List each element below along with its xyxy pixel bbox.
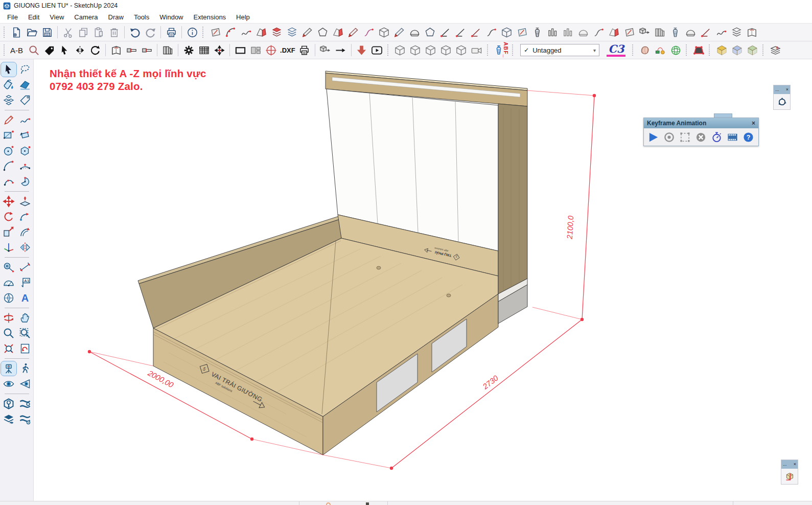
pan-tool[interactable] [17, 310, 33, 326]
push-pull-tool[interactable] [17, 194, 33, 209]
text-tool[interactable] [17, 275, 33, 290]
zoom-window-tool[interactable] [17, 326, 33, 341]
flip-tool[interactable] [17, 240, 33, 255]
extension-icon-8[interactable] [315, 25, 330, 39]
search-button[interactable] [26, 43, 41, 57]
panel-columns-button[interactable] [160, 43, 175, 57]
rotate-tool[interactable] [1, 209, 17, 224]
toolbar-grip[interactable] [487, 44, 490, 56]
extension-icon-7[interactable] [299, 25, 315, 39]
extension-icon-13[interactable] [391, 25, 407, 39]
c3-plugin-logo[interactable]: C3 [607, 43, 625, 57]
model-info-button[interactable] [184, 25, 200, 39]
close-icon[interactable]: × [752, 120, 755, 127]
extension-icon-18[interactable] [468, 25, 483, 39]
undo-button[interactable] [127, 25, 143, 39]
keyframe-panel-titlebar[interactable]: Keyframe Animation × [644, 118, 758, 128]
extension-icon-11[interactable] [361, 25, 376, 39]
extension-icon-29[interactable] [637, 25, 652, 39]
kf-help-button[interactable] [740, 130, 756, 144]
toolbar-grip[interactable] [762, 44, 765, 56]
proxy-box-1-button[interactable] [392, 43, 408, 57]
extension-icon-30[interactable] [652, 25, 667, 39]
download-red-button[interactable] [354, 43, 369, 57]
extension-tool-3[interactable] [1, 411, 17, 427]
box-widget-button[interactable] [783, 470, 796, 483]
two-point-arc-tool[interactable] [17, 158, 33, 174]
shell-material-button[interactable] [637, 43, 653, 57]
open-file-button[interactable] [24, 25, 39, 39]
orbit-tool[interactable] [1, 310, 17, 326]
extension-icon-3[interactable] [238, 25, 253, 39]
menu-window[interactable]: Window [154, 12, 188, 22]
look-around-tool[interactable] [1, 376, 17, 392]
sheet-layout-button[interactable] [248, 43, 263, 57]
select-arrow-button[interactable] [57, 43, 72, 57]
corner-cube-yellow-button[interactable] [714, 43, 729, 57]
extension-icon-15[interactable] [422, 25, 437, 39]
rotated-rectangle-tool[interactable] [17, 128, 33, 143]
menu-camera[interactable]: Camera [69, 12, 103, 22]
toolbar-grip[interactable] [387, 44, 390, 56]
zoom-tool[interactable] [1, 326, 17, 341]
select-tool[interactable] [1, 62, 17, 77]
extension-icon-23[interactable] [545, 25, 560, 39]
dimension-tool[interactable] [17, 260, 33, 275]
paint-bucket-tool[interactable] [1, 77, 17, 93]
eraser-tool[interactable] [17, 77, 33, 93]
face-selection-button[interactable] [691, 43, 706, 57]
layer-stack-s-button[interactable] [768, 43, 783, 57]
toolbar-grip[interactable] [202, 27, 205, 38]
cutlist-table-button[interactable] [196, 43, 212, 57]
copy-button[interactable] [76, 25, 91, 39]
axes-tool[interactable] [1, 240, 17, 255]
flip-direction-button[interactable] [72, 43, 87, 57]
mini-toolbar-top-titlebar[interactable]: ... × [774, 85, 790, 94]
proxy-box-2-button[interactable] [408, 43, 423, 57]
move-tool[interactable] [1, 194, 17, 209]
kf-delete-keyframes-button[interactable] [693, 130, 708, 144]
rotate-cw-button[interactable] [87, 43, 103, 57]
extension-icon-26[interactable] [591, 25, 606, 39]
extension-icon-32[interactable] [683, 25, 698, 39]
arc-tool[interactable] [1, 158, 17, 174]
delete-button[interactable] [106, 25, 122, 39]
extension-icon-25[interactable] [575, 25, 591, 39]
previous-view-tool[interactable] [17, 341, 33, 356]
ab-dimension-toggle[interactable]: A-B [10, 46, 23, 55]
extension-icon-12[interactable] [376, 25, 391, 39]
extension-icon-27[interactable] [606, 25, 621, 39]
print-button[interactable] [164, 25, 179, 39]
components-tool[interactable] [1, 93, 17, 108]
tag-button[interactable] [41, 43, 57, 57]
menu-extensions[interactable]: Extensions [189, 12, 231, 22]
paste-button[interactable] [91, 25, 106, 39]
settings-gear-button[interactable] [181, 43, 196, 57]
proxy-box-3-button[interactable] [423, 43, 438, 57]
extension-tool-1[interactable] [1, 396, 17, 411]
dimension-settings-button[interactable] [212, 43, 227, 57]
mini-toolbar-bottom-titlebar[interactable]: ... × [781, 460, 798, 469]
menu-edit[interactable]: Edit [23, 12, 44, 22]
camera-view-button[interactable] [469, 43, 484, 57]
menu-help[interactable]: Help [231, 12, 255, 22]
fold-panel-button[interactable] [108, 43, 124, 57]
extension-icon-28[interactable] [621, 25, 637, 39]
wire-sphere-button[interactable] [668, 43, 683, 57]
dxf-export-label[interactable]: .DXF [280, 47, 295, 54]
zoom-extents-tool[interactable] [1, 341, 17, 356]
rectangle-tool[interactable] [1, 128, 17, 143]
menu-view[interactable]: View [44, 12, 69, 22]
circle-tool[interactable] [1, 143, 17, 158]
arrow-right-button[interactable] [333, 43, 349, 57]
extension-icon-22[interactable] [529, 25, 545, 39]
abf-plugin-button[interactable]: ABF_ [493, 42, 509, 58]
axes-compass-tool[interactable] [1, 290, 17, 306]
kf-export-video-button[interactable] [725, 130, 740, 144]
lasso-tool[interactable] [17, 62, 33, 77]
toolbar-grip[interactable] [686, 44, 688, 56]
extension-icon-24[interactable] [560, 25, 575, 39]
extension-icon-19[interactable] [483, 25, 499, 39]
extension-icon-4[interactable] [253, 25, 269, 39]
extension-tool-4[interactable] [17, 411, 33, 427]
